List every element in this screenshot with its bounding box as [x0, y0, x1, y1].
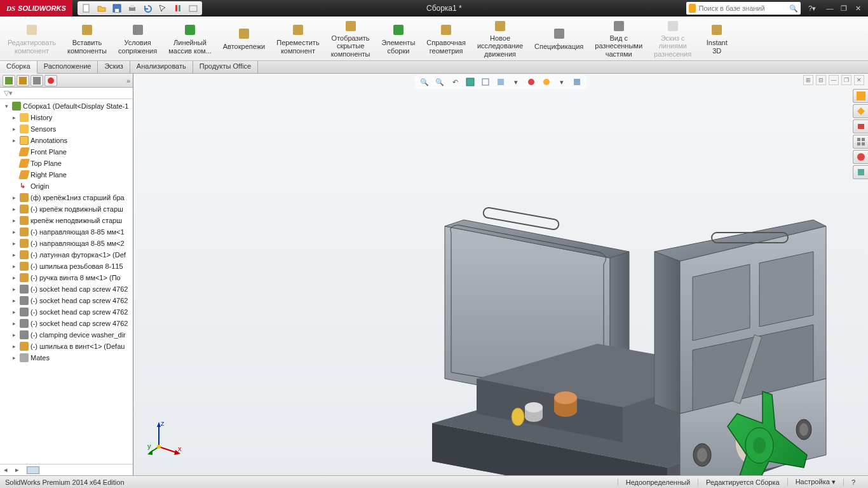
ribbon-instant3d[interactable]: Instant3D — [698, 18, 736, 59]
tree-expand-icon[interactable]: ▸ — [10, 217, 18, 224]
orientation-triad[interactable]: z x y — [146, 418, 184, 456]
tree-expand-icon[interactable]: ▸ — [10, 320, 18, 327]
ribbon-linear-pattern[interactable]: Линейныймассив ком... — [163, 18, 217, 59]
tree-item[interactable]: Origin — [0, 180, 133, 192]
vp-split-icon[interactable]: ⊟ — [816, 75, 826, 85]
tree-item[interactable]: ▸(-) направляющая 8-85 мм<2 — [0, 238, 133, 249]
display-style-icon[interactable] — [495, 76, 506, 88]
undo-icon[interactable] — [142, 3, 153, 13]
tree-expand-icon[interactable]: ▸ — [10, 206, 18, 212]
zoom-fit-icon[interactable]: 🔍 — [419, 76, 430, 88]
tree-expand-icon[interactable]: ▸ — [10, 240, 18, 247]
apply-scene-icon[interactable] — [541, 76, 552, 88]
tree-filter[interactable]: ▽▾ — [0, 88, 133, 99]
tree-expand-icon[interactable]: ▸ — [10, 252, 18, 258]
search-go-icon[interactable]: 🔍 — [789, 4, 798, 13]
tree-item[interactable]: ▸(-) латунная футорка<1> (Def — [0, 249, 133, 261]
ribbon-mate[interactable]: Условиясопряжения — [113, 18, 162, 59]
tree-item[interactable]: Right Plane — [0, 169, 133, 180]
tree-item[interactable]: ▸(-) socket head cap screw 4762 — [0, 283, 133, 295]
tree-expand-icon[interactable]: ▸ — [10, 286, 18, 292]
ribbon-insert-components[interactable]: Вставитькомпоненты — [62, 18, 112, 59]
ribbon-smart-fasteners[interactable]: Автокрепежи — [218, 18, 270, 59]
tree-item[interactable]: ▸Sensors — [0, 123, 133, 135]
vp-max-icon[interactable]: ❐ — [841, 75, 851, 85]
tree-expand-icon[interactable]: ▸ — [10, 332, 18, 338]
search-box[interactable]: 🔍 — [686, 2, 801, 15]
tree-item[interactable]: ▸крепёж неподвижный старш — [0, 215, 133, 226]
tab-evaluate[interactable]: Анализировать — [130, 61, 193, 73]
zoom-area-icon[interactable]: 🔍 — [434, 76, 445, 88]
status-custom[interactable]: Настройка ▾ — [787, 478, 843, 486]
tree-expand-icon[interactable]: ▸ — [10, 137, 18, 144]
tree-item[interactable]: ▸(ф) крепёж1низ старший бра — [0, 192, 133, 203]
tree-item[interactable]: ▸(-) clamping device washer_dir — [0, 329, 133, 341]
tree-item[interactable]: ▸(-) socket head cap screw 4762 — [0, 318, 133, 329]
hide-show-icon[interactable]: ▾ — [510, 76, 522, 88]
taskpane-design-library-icon[interactable] — [853, 104, 868, 118]
tree-item[interactable]: ▸(-) направляющая 8-85 мм<1 — [0, 226, 133, 238]
ribbon-assembly-features[interactable]: Элементысборки — [377, 18, 421, 59]
open-doc-icon[interactable] — [97, 3, 107, 13]
maximize-button[interactable]: ❐ — [839, 4, 849, 13]
tree-expand-icon[interactable]: ▸ — [10, 194, 18, 201]
edit-appearance-icon[interactable] — [526, 76, 537, 88]
tree-expand-icon[interactable]: ▸ — [10, 309, 18, 315]
search-input[interactable] — [698, 4, 789, 12]
tree-expand-icon[interactable]: ▸ — [10, 263, 18, 269]
prev-view-icon[interactable]: ↶ — [449, 76, 461, 88]
tree-item[interactable]: ▸Annotations — [0, 135, 133, 146]
status-help-icon[interactable]: ? — [843, 478, 863, 486]
render-icon[interactable] — [571, 76, 583, 88]
display-tab[interactable] — [44, 75, 57, 86]
ribbon-bom[interactable]: Спецификация — [529, 18, 588, 59]
help-icon[interactable]: ?▾ — [808, 4, 816, 13]
tree-item[interactable]: ▸(-) шпилька в винт<1> (Defau — [0, 341, 133, 352]
print-icon[interactable] — [127, 3, 137, 13]
tree-expand-icon[interactable]: ▸ — [10, 297, 18, 304]
minimize-button[interactable]: — — [825, 4, 835, 13]
tab-assembly[interactable]: Сборка — [0, 61, 37, 74]
tree-item[interactable]: Front Plane — [0, 146, 133, 158]
tree-item[interactable]: Top Plane — [0, 158, 133, 169]
tree-item[interactable]: ▸Mates — [0, 352, 133, 363]
select-icon[interactable] — [158, 3, 168, 13]
taskpane-view-palette-icon[interactable] — [853, 135, 868, 149]
ribbon-new-motion[interactable]: Новоеисследованиедвижения — [472, 18, 528, 59]
property-tab[interactable] — [17, 75, 29, 86]
taskpane-resources-icon[interactable] — [853, 89, 868, 103]
tree-item[interactable]: ▸(-) шпилька резьбовая 8-115 — [0, 261, 133, 272]
ribbon-ref-geometry[interactable]: Справочнаягеометрия — [421, 18, 471, 59]
tree-item[interactable]: ▸History — [0, 112, 133, 123]
ribbon-move-component[interactable]: Переместитькомпонент — [271, 18, 324, 59]
vp-min-icon[interactable]: — — [829, 75, 839, 85]
view-settings-icon[interactable]: ▾ — [556, 76, 567, 88]
tree-expand-icon[interactable]: ▸ — [10, 343, 18, 349]
tab-layout[interactable]: Расположение — [37, 61, 98, 73]
feature-tree-tab[interactable] — [3, 75, 15, 86]
tree-next-icon[interactable]: ▸ — [15, 466, 24, 474]
tree-item[interactable]: ▸(-) крепёж подвижный старш — [0, 203, 133, 215]
status-editing[interactable]: Редактируется Сборка — [698, 478, 787, 486]
graphics-viewport[interactable]: 🔍 🔍 ↶ ▾ ▾ ⊞ ⊟ — ❐ ✕ — [133, 74, 868, 475]
tab-sketch[interactable]: Эскиз — [98, 61, 130, 73]
view-orientation-icon[interactable] — [480, 76, 491, 88]
tree-root[interactable]: ▾ Сборка1 (Default<Display State-1 — [0, 100, 133, 112]
save-icon[interactable] — [112, 3, 122, 13]
tree-prev-icon[interactable]: ◂ — [4, 466, 13, 474]
config-tab[interactable] — [31, 75, 43, 86]
tree-expand-icon[interactable]: ▸ — [10, 126, 18, 132]
status-underdefined[interactable]: Недоопределенный — [618, 478, 698, 486]
taskpane-appearances-icon[interactable] — [853, 150, 868, 164]
rebuild-icon[interactable] — [173, 3, 183, 13]
new-doc-icon[interactable] — [81, 3, 92, 13]
close-button[interactable]: ✕ — [853, 4, 863, 13]
tree-item[interactable]: ▸(-) socket head cap screw 4762 — [0, 306, 133, 318]
tree-expand-icon[interactable]: ▸ — [10, 355, 18, 361]
tab-office[interactable]: Продукты Office — [193, 61, 258, 73]
tree-expand-icon[interactable]: ▸ — [10, 274, 18, 281]
tree-expand-icon[interactable]: ▸ — [10, 229, 18, 235]
options-icon[interactable] — [188, 3, 198, 13]
tree-item[interactable]: ▸(-) socket head cap screw 4762 — [0, 295, 133, 306]
vp-close-icon[interactable]: ✕ — [854, 75, 864, 85]
